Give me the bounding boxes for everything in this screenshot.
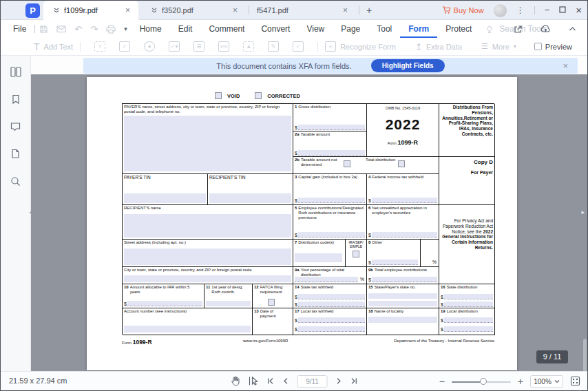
box17-amount-field-2[interactable] (298, 326, 365, 332)
email-icon[interactable] (56, 25, 66, 33)
tab-menu-icon[interactable] (53, 7, 60, 14)
next-page-icon[interactable] (336, 377, 342, 386)
print-icon[interactable] (106, 25, 116, 34)
menu-home[interactable]: Home (132, 20, 170, 38)
box14-amount-field-2[interactable] (298, 302, 365, 307)
box14-amount-field-1[interactable] (298, 294, 365, 299)
menu-page[interactable]: Page (333, 20, 368, 38)
search-panel-icon[interactable] (10, 176, 21, 189)
fit-screen-icon[interactable] (570, 376, 580, 388)
tab-f1099r[interactable]: f1099r.pdf × (43, 1, 138, 20)
box3-amount-field[interactable] (298, 198, 365, 203)
zoom-in-icon[interactable]: + (518, 372, 523, 391)
recipient-name-field[interactable] (124, 214, 291, 237)
account-avatar[interactable] (494, 4, 507, 17)
page-number-input[interactable] (297, 375, 328, 388)
menu-edit[interactable]: Edit (170, 20, 201, 38)
checkbox-field-icon[interactable]: ✓ (119, 41, 130, 52)
box10-amount-field[interactable] (127, 301, 202, 306)
minimize-button[interactable]: − (545, 1, 550, 20)
box16-amount-field-2[interactable] (444, 302, 493, 307)
preview-checkbox[interactable] (534, 43, 542, 50)
box5-amount-field[interactable] (298, 232, 365, 237)
zoom-level-dropdown[interactable]: 100% (530, 375, 563, 388)
ira-sep-simple-checkbox[interactable] (353, 251, 359, 257)
attachment-panel-icon[interactable] (11, 149, 20, 162)
payer-name-field[interactable] (124, 116, 291, 171)
hand-tool-icon[interactable] (231, 376, 240, 388)
last-page-icon[interactable] (350, 377, 358, 386)
text-field-icon[interactable]: T (94, 41, 105, 52)
menu-convert[interactable]: Convert (253, 20, 298, 38)
distribution-code-field[interactable] (295, 253, 342, 262)
combo-box-field-icon[interactable]: ✓▾ (169, 41, 180, 52)
city-field[interactable] (124, 275, 291, 282)
box15-field-2[interactable] (368, 301, 437, 306)
signature-field-icon[interactable]: ✓ (293, 41, 304, 52)
menu-file[interactable]: File (5, 20, 34, 38)
save-icon[interactable] (39, 25, 48, 34)
recipient-tin-field[interactable] (209, 193, 291, 203)
search-tools-icon[interactable] (485, 25, 494, 34)
buy-now-button[interactable]: Buy Now (442, 6, 484, 14)
box19-amount-field-1[interactable] (444, 317, 493, 323)
radio-button-field-icon[interactable]: ● (144, 41, 155, 52)
menu-comment[interactable]: Comment (200, 20, 253, 38)
redo-icon[interactable]: ↷ (90, 24, 98, 34)
tab-f3520[interactable]: f3520.pdf × (141, 1, 246, 20)
corrected-checkbox[interactable] (255, 92, 262, 99)
menu-protect[interactable]: Protect (437, 20, 480, 38)
select-tool-icon[interactable] (249, 376, 259, 388)
box17-amount-field-1[interactable] (298, 317, 365, 323)
account-number-field[interactable] (124, 326, 251, 332)
menu-form[interactable]: Form (400, 20, 437, 38)
box18-field[interactable] (368, 317, 437, 323)
comment-panel-icon[interactable] (10, 122, 21, 134)
extra-data-button[interactable]: ↥ Extra Data (415, 42, 462, 52)
highlight-fields-button[interactable]: Highlight Fields (371, 59, 445, 72)
vertical-scrollbar[interactable] (583, 339, 587, 371)
collapse-toolbar-icon[interactable] (569, 26, 576, 32)
menu-tool[interactable]: Tool (368, 20, 400, 38)
box1-amount-field[interactable] (298, 125, 365, 130)
box8-amount-field[interactable] (372, 260, 418, 265)
more-button[interactable]: ☰ More ▾ (481, 42, 516, 51)
box9b-amount-field[interactable] (372, 277, 437, 282)
maximize-button[interactable] (559, 1, 566, 20)
recognize-form-button[interactable]: ≡ Recognize Form (325, 41, 396, 52)
box6-amount-field[interactable] (372, 232, 437, 237)
share-icon[interactable] (514, 25, 523, 34)
list-box-field-icon[interactable]: ☰ (193, 41, 204, 52)
cloud-upload-icon[interactable] (540, 25, 551, 33)
more-menu-icon[interactable]: ⋮ (516, 6, 525, 15)
tab-f5471[interactable]: f5471.pdf × (251, 1, 356, 20)
taxable-not-determined-checkbox[interactable] (344, 160, 350, 167)
tab-menu-icon[interactable] (151, 7, 158, 14)
box19-amount-field-2[interactable] (444, 326, 493, 332)
zoom-slider[interactable] (452, 378, 511, 385)
total-distribution-checkbox[interactable] (398, 160, 405, 167)
bookmark-panel-icon[interactable] (11, 94, 21, 107)
menu-view[interactable]: View (298, 20, 333, 38)
first-page-icon[interactable] (267, 377, 275, 386)
box16-amount-field-1[interactable] (444, 294, 493, 299)
toolbar-dropdown-icon[interactable]: ▾ (124, 25, 127, 32)
close-button[interactable]: × (576, 1, 582, 20)
box11-field[interactable] (206, 301, 251, 306)
push-button-field-icon[interactable]: BTN (218, 41, 229, 52)
undo-icon[interactable]: ↶ (74, 24, 82, 34)
preview-toggle[interactable]: Preview (534, 43, 572, 51)
add-text-button[interactable]: T Add Text (34, 41, 73, 52)
box15-field-1[interactable] (368, 293, 437, 299)
street-field[interactable] (124, 249, 291, 265)
zoom-out-icon[interactable]: − (439, 372, 445, 391)
payer-tin-field[interactable] (124, 193, 206, 203)
box2a-amount-field[interactable] (298, 150, 365, 156)
thumbnail-panel-icon[interactable] (10, 67, 21, 80)
app-logo[interactable]: P (25, 3, 40, 18)
close-notification-icon[interactable]: × (563, 61, 568, 71)
tab-close-icon[interactable]: × (230, 6, 240, 15)
zoom-slider-handle[interactable] (480, 378, 487, 385)
tab-close-icon[interactable]: × (340, 6, 350, 15)
new-tab-button[interactable]: + (363, 4, 375, 17)
